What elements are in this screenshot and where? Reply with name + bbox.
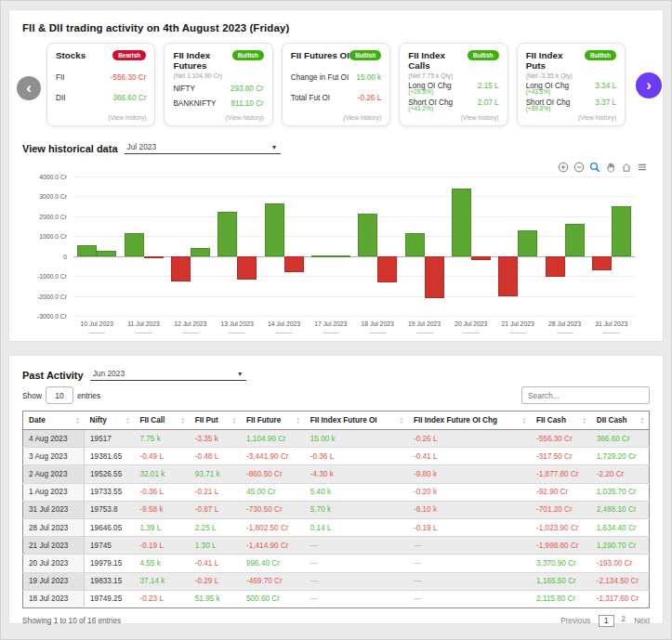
menu-icon[interactable]: [637, 162, 648, 173]
summary-card-fii-index-puts: FII Index Puts(Net -3.35 k Qty)BullishLo…: [517, 43, 626, 126]
metric-value: 2.07 L: [478, 98, 499, 107]
metric-label: BANKNIFTY: [173, 99, 216, 108]
x-axis-tick-label: 19 Jul 2023: [408, 320, 441, 327]
value-cell: -860.50 Cr: [241, 465, 305, 483]
gridline: [73, 176, 635, 177]
value-cell: -0.21 L: [190, 483, 241, 501]
zoom-in-icon[interactable]: [558, 162, 569, 173]
sort-icon: ▴▾: [233, 417, 235, 424]
date-cell: 20 Jul 2023: [23, 555, 85, 572]
value-cell: -8.10 k: [408, 501, 531, 518]
value-cell: 2,488.10 Cr: [591, 501, 650, 518]
bar-dii-cash: [284, 256, 304, 272]
date-cell: 1 Aug 2023: [23, 483, 85, 501]
table-controls: Show entries: [22, 386, 650, 404]
column-header-fii-index-future-oi-chg[interactable]: FII Index Future OI Chg▴▾: [408, 411, 531, 430]
value-cell: 93.71 k: [190, 465, 241, 483]
reset-home-icon[interactable]: [621, 162, 632, 173]
value-cell: -1,317.60 Cr: [591, 590, 650, 607]
sort-icon: ▴▾: [296, 417, 298, 424]
date-cell: 28 Jul 2023: [23, 518, 85, 536]
column-header-fii-future[interactable]: FII Future▴▾: [241, 411, 305, 430]
card-title: FII Index Calls: [408, 50, 467, 72]
date-cell: 19 Jul 2023: [23, 572, 85, 590]
column-header-date[interactable]: Date▴▾: [23, 411, 85, 430]
sentiment-badge: Bullish: [585, 50, 616, 60]
column-header-fii-put[interactable]: FII Put▴▾: [190, 411, 241, 430]
column-header-nifty[interactable]: Nifty▴▾: [85, 411, 135, 430]
value-cell: -0.41 L: [190, 555, 241, 572]
summary-card-stocks: StocksBearishFII-556.30 CrDII366.60 Cr(V…: [46, 43, 155, 126]
value-cell: ---: [408, 590, 531, 607]
value-cell: -0.23 L: [134, 590, 189, 607]
pan-icon[interactable]: [605, 162, 616, 173]
value-cell: 3,370.90 Cr: [531, 555, 591, 572]
past-activity-panel: Past Activity Jun 2023 ▼ Show entries Da…: [8, 355, 664, 624]
value-cell: 1,104.90 Cr: [241, 430, 305, 448]
past-activity-month-select[interactable]: Jun 2023 ▼: [90, 367, 246, 381]
view-history-link[interactable]: (View history): [408, 114, 498, 121]
carousel-next-button[interactable]: ›: [636, 72, 662, 98]
y-axis-tick-label: 1000.0 Cr: [22, 233, 67, 240]
table-row: 3 Aug 202319381.65-0.49 L-0.48 L-3,441.9…: [23, 448, 650, 465]
table-row: 19 Jul 202319833.1537.14 k-0.29 L-469.70…: [23, 572, 650, 590]
search-input[interactable]: [521, 386, 650, 404]
zoom-select-icon[interactable]: [589, 162, 600, 173]
bar-dii-cash: [331, 255, 350, 257]
cards-carousel: ‹ StocksBearishFII-556.30 CrDII366.60 Cr…: [9, 39, 663, 126]
value-cell: 2,115.80 Cr: [531, 590, 591, 607]
bar-dii-cash: [377, 256, 397, 282]
zoom-out-icon[interactable]: [573, 162, 585, 173]
pagination-previous[interactable]: Previous: [560, 617, 590, 625]
carousel-prev-button[interactable]: ‹: [17, 76, 41, 100]
pagination-page-1[interactable]: 1: [599, 615, 614, 627]
metric-value: 3.34 L: [595, 82, 616, 90]
x-axis-tick-label: 31 Jul 2023: [595, 320, 627, 327]
value-cell: -730.50 Cr: [241, 501, 305, 518]
entries-count-input[interactable]: [46, 386, 73, 404]
pagination-next[interactable]: Next: [634, 617, 650, 625]
value-cell: 7.75 k: [134, 430, 189, 448]
metric-label: Total Fut OI: [291, 94, 330, 102]
y-axis-tick-label: 3000.0 Cr: [22, 193, 67, 200]
historical-section-head: View historical data Jul 2023 ▼: [22, 140, 650, 154]
value-cell: -193.00 Cr: [591, 555, 650, 572]
value-cell: -0.87 L: [190, 501, 241, 518]
value-cell: 19733.55: [85, 483, 135, 501]
metric-label: FII: [56, 73, 65, 82]
view-history-link[interactable]: (View history): [526, 114, 616, 121]
view-history-link[interactable]: (View history): [173, 114, 263, 121]
column-header-fii-call[interactable]: FII Call▴▾: [134, 411, 189, 430]
value-cell: -9.58 k: [134, 501, 189, 518]
column-header-label: Date: [29, 416, 46, 424]
sentiment-badge: Bearish: [112, 50, 146, 60]
bar-dii-cash: [237, 256, 257, 281]
bar-fii-cash: [358, 214, 377, 255]
table-row: 31 Jul 202319753.8-9.58 k-0.87 L-730.50 …: [23, 501, 650, 518]
historical-month-select[interactable]: Jul 2023 ▼: [125, 140, 281, 154]
value-cell: -1,998.80 Cr: [531, 537, 591, 555]
value-cell: 1,729.20 Cr: [591, 448, 650, 465]
column-header-fii-index-future-oi[interactable]: FII Index Future OI▴▾: [305, 411, 408, 430]
value-cell: -0.36 L: [305, 448, 408, 465]
value-cell: -469.70 Cr: [241, 572, 305, 590]
sentiment-badge: Bullish: [468, 50, 499, 60]
view-history-link[interactable]: (View history): [56, 114, 146, 121]
bar-dii-cash: [518, 230, 537, 256]
x-axis-tick: [88, 333, 105, 333]
column-header-label: FII Future: [246, 416, 281, 424]
x-axis-tick: [463, 333, 480, 333]
pagination-page-2[interactable]: 2: [622, 615, 626, 627]
view-history-link[interactable]: (View history): [291, 114, 381, 121]
gridline: [73, 236, 635, 237]
column-header-fii-cash[interactable]: FII Cash▴▾: [531, 411, 591, 430]
sort-icon: ▴▾: [76, 417, 78, 424]
date-cell: 4 Aug 2023: [23, 430, 85, 448]
x-axis-tick: [603, 333, 620, 333]
bar-fii-cash: [125, 233, 144, 256]
metric-label: DII: [56, 94, 65, 102]
value-cell: -2,134.50 Cr: [591, 572, 650, 590]
value-cell: -1,802.50 Cr: [241, 518, 305, 536]
value-cell: 1,035.70 Cr: [591, 483, 650, 501]
column-header-dii-cash[interactable]: DII Cash▴▾: [591, 411, 650, 430]
